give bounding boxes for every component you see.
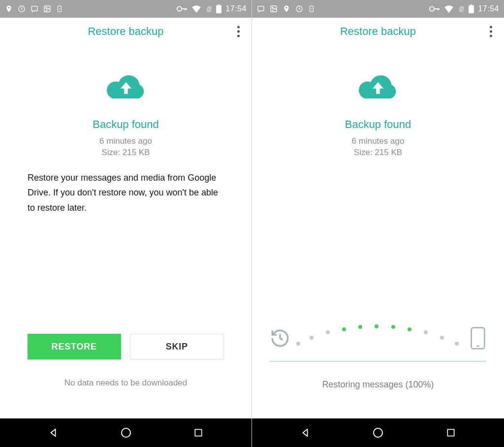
clock-text: 17:54 — [225, 4, 247, 13]
backup-found-heading: Backup found — [93, 118, 159, 131]
button-row: RESTORE SKIP — [0, 334, 252, 359]
image-icon — [270, 5, 278, 13]
app-bar: Restore backup — [252, 18, 504, 45]
phone-right: 17:54 Restore backup Backup found 6 minu… — [252, 0, 504, 447]
clock-text: 17:54 — [478, 4, 499, 13]
status-right: 17:54 — [177, 4, 247, 13]
progress-zone: Restoring messages (100%) — [252, 321, 504, 390]
svg-rect-23 — [438, 8, 439, 10]
skip-button[interactable]: SKIP — [130, 334, 224, 359]
svg-rect-22 — [434, 8, 440, 9]
no-sim-icon — [205, 5, 212, 13]
wifi-icon — [444, 5, 454, 13]
nav-recent-button[interactable] — [179, 423, 218, 443]
svg-rect-14 — [195, 429, 202, 436]
overflow-menu-button[interactable] — [490, 26, 492, 37]
svg-point-30 — [374, 428, 382, 437]
cloud-upload-icon — [103, 71, 149, 104]
progress-status-text: Restoring messages (100%) — [270, 380, 486, 390]
nav-home-button[interactable] — [358, 423, 398, 443]
nav-bar — [252, 418, 504, 447]
battery-icon — [216, 4, 221, 13]
sms-icon — [31, 5, 38, 13]
svg-point-3 — [46, 7, 47, 9]
svg-rect-26 — [469, 5, 474, 13]
sms-icon — [257, 5, 265, 13]
backup-found-heading: Backup found — [345, 118, 411, 131]
nav-back-button[interactable] — [33, 423, 73, 443]
location-icon — [283, 5, 290, 13]
backup-meta: 6 minutes ago Size: 215 KB — [99, 136, 152, 159]
cloud-section: Backup found 6 minutes ago Size: 215 KB — [0, 45, 252, 159]
cloud-upload-icon — [355, 71, 401, 104]
nav-recent-button[interactable] — [431, 423, 471, 443]
svg-rect-27 — [471, 4, 472, 5]
svg-point-13 — [122, 428, 130, 437]
content: Backup found 6 minutes ago Size: 215 KB — [252, 45, 504, 418]
device-icon — [308, 5, 315, 13]
svg-rect-24 — [439, 8, 440, 10]
svg-point-21 — [430, 6, 434, 11]
sync-icon — [295, 5, 303, 13]
status-left — [257, 5, 315, 13]
transfer-row — [270, 321, 486, 357]
nav-bar — [0, 418, 252, 447]
image-icon — [43, 5, 51, 13]
device-icon — [56, 5, 63, 13]
phone-left: 17:54 Restore backup Backup found 6 minu… — [0, 0, 252, 447]
app-bar: Restore backup — [0, 18, 252, 45]
status-bar: 17:54 — [252, 0, 504, 18]
svg-rect-7 — [182, 8, 187, 9]
download-footnote: No data needs to be downloaded — [0, 378, 252, 388]
location-icon — [5, 5, 13, 13]
overflow-menu-button[interactable] — [237, 26, 240, 37]
page-title: Restore backup — [340, 25, 416, 38]
cloud-section: Backup found 6 minutes ago Size: 215 KB — [252, 45, 504, 159]
history-icon — [270, 328, 290, 351]
restore-button[interactable]: RESTORE — [28, 334, 121, 359]
backup-time: 6 minutes ago — [352, 136, 405, 147]
svg-rect-15 — [258, 6, 264, 11]
restore-description: Restore your messages and media from Goo… — [0, 159, 252, 216]
svg-rect-9 — [187, 8, 188, 10]
content: Backup found 6 minutes ago Size: 215 KB … — [0, 45, 252, 418]
backup-size: Size: 215 KB — [352, 147, 405, 159]
status-bar: 17:54 — [0, 0, 252, 18]
no-sim-icon — [458, 5, 465, 13]
svg-rect-11 — [217, 5, 222, 13]
svg-rect-1 — [32, 6, 37, 11]
status-right: 17:54 — [429, 4, 499, 13]
vpn-key-icon — [429, 5, 440, 12]
page-title: Restore backup — [88, 25, 163, 38]
svg-point-17 — [272, 7, 274, 9]
vpn-key-icon — [177, 5, 188, 12]
phone-icon — [470, 326, 486, 352]
backup-meta: 6 minutes ago Size: 215 KB — [352, 136, 405, 159]
svg-rect-12 — [218, 4, 220, 5]
backup-time: 6 minutes ago — [99, 136, 152, 147]
transfer-dots — [296, 324, 460, 348]
svg-point-6 — [177, 6, 182, 11]
battery-icon — [469, 4, 474, 13]
nav-home-button[interactable] — [106, 423, 146, 443]
status-left — [5, 5, 63, 13]
nav-back-button[interactable] — [285, 423, 325, 443]
svg-rect-8 — [185, 8, 186, 10]
progress-bar — [270, 361, 486, 362]
wifi-icon — [191, 5, 201, 13]
backup-size: Size: 215 KB — [99, 147, 152, 159]
svg-rect-31 — [447, 429, 454, 436]
sync-icon — [18, 5, 26, 13]
